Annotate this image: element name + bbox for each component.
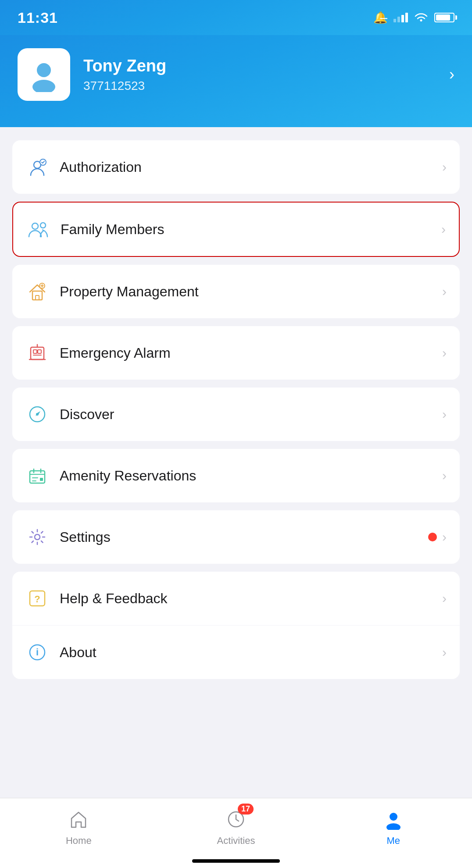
authorization-chevron-icon: › xyxy=(442,160,447,174)
battery-icon xyxy=(434,13,454,22)
avatar xyxy=(18,48,70,101)
svg-rect-7 xyxy=(36,295,39,300)
about-icon: i xyxy=(25,640,49,664)
svg-point-0 xyxy=(37,63,51,77)
status-icons: 🔔̶ xyxy=(373,11,454,25)
svg-point-4 xyxy=(32,223,38,229)
discover-label: Discover xyxy=(60,406,114,423)
family-members-icon xyxy=(26,217,50,241)
help-about-card: ? Help & Feedback › i About › xyxy=(12,572,460,679)
menu-item-about[interactable]: i About › xyxy=(12,626,460,679)
me-nav-label: Me xyxy=(386,835,400,847)
profile-left: Tony Zeng 377112523 xyxy=(18,48,166,101)
amenity-reservations-label: Amenity Reservations xyxy=(60,468,196,484)
me-icon xyxy=(383,809,404,830)
svg-point-1 xyxy=(32,80,55,92)
amenity-reservations-chevron-icon: › xyxy=(442,468,447,483)
about-chevron-icon: › xyxy=(442,645,447,660)
authorization-icon xyxy=(25,155,49,179)
profile-info: Tony Zeng 377112523 xyxy=(83,57,166,93)
family-members-chevron-icon: › xyxy=(441,222,446,237)
help-feedback-chevron-icon: › xyxy=(442,591,447,606)
settings-icon xyxy=(25,525,49,549)
menu-item-family-members[interactable]: Family Members › xyxy=(12,202,460,257)
help-feedback-label: Help & Feedback xyxy=(60,591,167,607)
svg-rect-10 xyxy=(33,350,37,353)
profile-id: 377112523 xyxy=(83,79,166,93)
menu-item-amenity-reservations[interactable]: Amenity Reservations › xyxy=(12,449,460,502)
menu-item-settings[interactable]: Settings › xyxy=(12,510,460,564)
family-members-label: Family Members xyxy=(61,221,164,238)
menu-item-help-feedback[interactable]: ? Help & Feedback › xyxy=(12,572,460,626)
activities-nav-label: Activities xyxy=(217,835,255,847)
nav-item-me[interactable]: Me xyxy=(315,807,472,847)
menu-container: Authorization › Family Members › xyxy=(0,127,472,692)
status-bar: 11:31 🔔̶ xyxy=(0,0,472,35)
status-time: 11:31 xyxy=(18,9,58,26)
menu-item-emergency-alarm[interactable]: Emergency Alarm › xyxy=(12,326,460,380)
profile-chevron-icon: › xyxy=(449,65,454,84)
svg-rect-11 xyxy=(38,350,41,353)
bell-slash-icon: 🔔̶ xyxy=(373,11,387,25)
signal-bars-icon xyxy=(393,13,408,22)
about-label: About xyxy=(60,644,97,661)
home-nav-label: Home xyxy=(66,835,92,847)
svg-point-5 xyxy=(40,223,46,228)
emergency-alarm-icon xyxy=(25,341,49,365)
svg-rect-14 xyxy=(30,471,45,483)
settings-notification-dot xyxy=(428,533,437,541)
emergency-alarm-chevron-icon: › xyxy=(442,345,447,360)
discover-icon xyxy=(25,402,49,426)
svg-text:i: i xyxy=(36,647,39,658)
property-management-chevron-icon: › xyxy=(442,284,447,299)
svg-rect-15 xyxy=(40,478,43,481)
svg-text:?: ? xyxy=(34,594,40,605)
home-icon xyxy=(68,809,89,830)
svg-point-16 xyxy=(35,534,40,540)
settings-chevron-icon: › xyxy=(442,530,447,544)
menu-item-property-management[interactable]: Property Management › xyxy=(12,265,460,318)
emergency-alarm-label: Emergency Alarm xyxy=(60,345,171,361)
authorization-label: Authorization xyxy=(60,159,142,175)
activities-badge: 17 xyxy=(238,804,254,815)
settings-label: Settings xyxy=(60,529,111,545)
nav-item-home[interactable]: Home xyxy=(0,807,157,847)
property-management-icon xyxy=(25,280,49,303)
menu-item-authorization[interactable]: Authorization › xyxy=(12,140,460,194)
svg-point-23 xyxy=(386,823,400,830)
property-management-label: Property Management xyxy=(60,284,199,300)
nav-item-activities[interactable]: 17 Activities xyxy=(157,807,315,847)
svg-point-22 xyxy=(390,813,397,821)
home-indicator xyxy=(192,859,280,863)
profile-header[interactable]: Tony Zeng 377112523 › xyxy=(0,35,472,127)
svg-rect-9 xyxy=(31,347,44,359)
menu-item-discover[interactable]: Discover › xyxy=(12,388,460,441)
bottom-navigation: Home 17 Activities Me xyxy=(0,798,472,868)
help-feedback-icon: ? xyxy=(25,587,49,610)
amenity-reservations-icon xyxy=(25,464,49,487)
wifi-icon xyxy=(414,12,428,23)
profile-name: Tony Zeng xyxy=(83,57,166,75)
discover-chevron-icon: › xyxy=(442,407,447,422)
